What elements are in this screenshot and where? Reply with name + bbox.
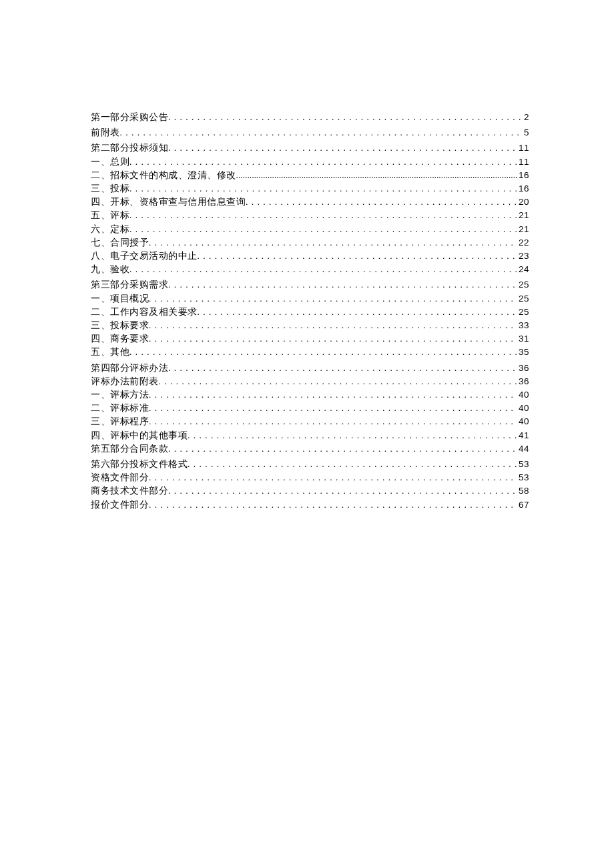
toc-entry-page: 23 [517, 250, 529, 263]
toc-entry-title: 四、评标中的其他事项 [91, 429, 188, 442]
toc-entry-title: 一、总则 [91, 155, 129, 169]
toc-leader-dots [198, 250, 517, 263]
toc-leader-dots [149, 319, 517, 332]
toc-entry-page: 25 [517, 278, 529, 292]
toc-entry-title: 三、评标程序 [91, 415, 149, 428]
toc-entry: 商务技术文件部分58 [91, 484, 529, 498]
toc-leader-dots [129, 155, 517, 169]
toc-entry: 五、评标21 [91, 209, 529, 222]
toc-entry: 第六部分投标文件格式53 [91, 458, 529, 471]
toc-entry-page: 36 [517, 362, 529, 375]
toc-leader-dots [246, 195, 517, 209]
toc-entry-page: 20 [517, 195, 529, 209]
toc-entry-page: 22 [517, 236, 529, 250]
toc-leader-dots [149, 388, 517, 402]
toc-entry-title: 三、投标要求 [91, 319, 149, 332]
toc-entry-page: 67 [517, 498, 529, 512]
toc-entry: 第一部分采购公告2 [91, 111, 529, 124]
table-of-contents: 第一部分采购公告2前附表5第二部分投标须知11一、总则11二、招标文件的构成、澄… [91, 111, 529, 512]
toc-entry-title: 一、评标方法 [91, 388, 149, 402]
toc-entry: 一、项目概况25 [91, 292, 529, 306]
toc-entry: 第二部分投标须知11 [91, 141, 529, 155]
toc-leader-dots [168, 362, 517, 375]
toc-entry-title: 二、工作内容及相关要求 [91, 306, 198, 319]
toc-entry-page: 21 [517, 209, 529, 222]
toc-entry-page: 35 [517, 346, 529, 359]
toc-entry: 第三部分采购需求25 [91, 278, 529, 292]
toc-leader-dots [149, 292, 517, 306]
toc-entry-page: 33 [517, 319, 529, 332]
toc-entry-page: 36 [517, 375, 529, 388]
toc-leader-dots [129, 223, 517, 236]
toc-leader-dots [198, 306, 517, 319]
toc-entry: 评标办法前附表36 [91, 375, 529, 388]
toc-entry: 三、投标16 [91, 182, 529, 195]
toc-entry: 五、其他35 [91, 346, 529, 359]
toc-leader-dots [129, 263, 517, 276]
toc-entry-title: 九、验收 [91, 263, 129, 276]
toc-entry: 二、评标标准40 [91, 402, 529, 415]
toc-leader-dots [168, 278, 517, 292]
toc-entry: 八、电子交易活动的中止23 [91, 250, 529, 263]
toc-entry-title: 五、评标 [91, 209, 129, 222]
toc-entry: 前附表5 [91, 126, 529, 139]
toc-entry: 三、评标程序40 [91, 415, 529, 428]
toc-entry-page: 41 [517, 429, 529, 442]
toc-entry-title: 第四部分评标办法 [91, 362, 168, 375]
toc-entry-title: 第六部分投标文件格式 [91, 458, 188, 471]
toc-entry-page: 25 [517, 292, 529, 306]
toc-entry-title: 第三部分采购需求 [91, 278, 168, 292]
toc-leader-dots [129, 346, 517, 359]
toc-entry-title: 二、招标文件的构成、澄清、修改 [91, 169, 236, 182]
toc-entry-page: 21 [517, 223, 529, 236]
toc-entry-page: 2 [523, 111, 529, 124]
toc-entry-page: 16 [517, 169, 529, 182]
toc-entry-page: 58 [517, 484, 529, 498]
toc-entry: 六、定标21 [91, 223, 529, 236]
toc-leader-dots [149, 498, 517, 512]
toc-leader-dots [168, 442, 517, 456]
toc-entry-page: 44 [517, 442, 529, 456]
toc-entry: 第五部分合同条款44 [91, 442, 529, 456]
toc-entry: 二、招标文件的构成、澄清、修改16 [91, 169, 529, 182]
toc-entry-title: 第五部分合同条款 [91, 442, 168, 456]
toc-entry-page: 40 [517, 388, 529, 402]
toc-leader-dots [188, 458, 517, 471]
document-page: 第一部分采购公告2前附表5第二部分投标须知11一、总则11二、招标文件的构成、澄… [0, 0, 614, 868]
toc-leader-dots [236, 169, 517, 182]
toc-entry-title: 六、定标 [91, 223, 129, 236]
toc-leader-dots [159, 375, 517, 388]
toc-leader-dots [168, 111, 523, 124]
toc-entry-title: 商务技术文件部分 [91, 484, 168, 498]
toc-leader-dots [149, 471, 517, 484]
toc-leader-dots [129, 182, 517, 195]
toc-entry-page: 40 [517, 415, 529, 428]
toc-entry: 四、开标、资格审查与信用信息查询20 [91, 195, 529, 209]
toc-entry-title: 资格文件部分 [91, 471, 149, 484]
toc-leader-dots [188, 429, 517, 442]
toc-entry-title: 第一部分采购公告 [91, 111, 168, 124]
toc-entry-page: 25 [517, 306, 529, 319]
toc-entry-page: 11 [517, 141, 529, 155]
toc-entry: 第四部分评标办法36 [91, 362, 529, 375]
toc-entry: 一、评标方法40 [91, 388, 529, 402]
toc-leader-dots [149, 402, 517, 415]
toc-entry-title: 八、电子交易活动的中止 [91, 250, 198, 263]
toc-entry: 九、验收24 [91, 263, 529, 276]
toc-entry: 报价文件部分67 [91, 498, 529, 512]
toc-leader-dots [168, 484, 517, 498]
toc-entry: 七、合同授予22 [91, 236, 529, 250]
toc-leader-dots [120, 126, 523, 139]
toc-entry-page: 31 [517, 332, 529, 346]
toc-entry-page: 5 [523, 126, 529, 139]
toc-entry: 资格文件部分53 [91, 471, 529, 484]
toc-entry-title: 一、项目概况 [91, 292, 149, 306]
toc-entry-title: 第二部分投标须知 [91, 141, 168, 155]
toc-entry: 三、投标要求33 [91, 319, 529, 332]
toc-entry: 二、工作内容及相关要求25 [91, 306, 529, 319]
toc-entry-page: 16 [517, 182, 529, 195]
toc-entry-title: 四、商务要求 [91, 332, 149, 346]
toc-leader-dots [149, 236, 517, 250]
toc-entry-page: 24 [517, 263, 529, 276]
toc-entry: 四、评标中的其他事项41 [91, 429, 529, 442]
